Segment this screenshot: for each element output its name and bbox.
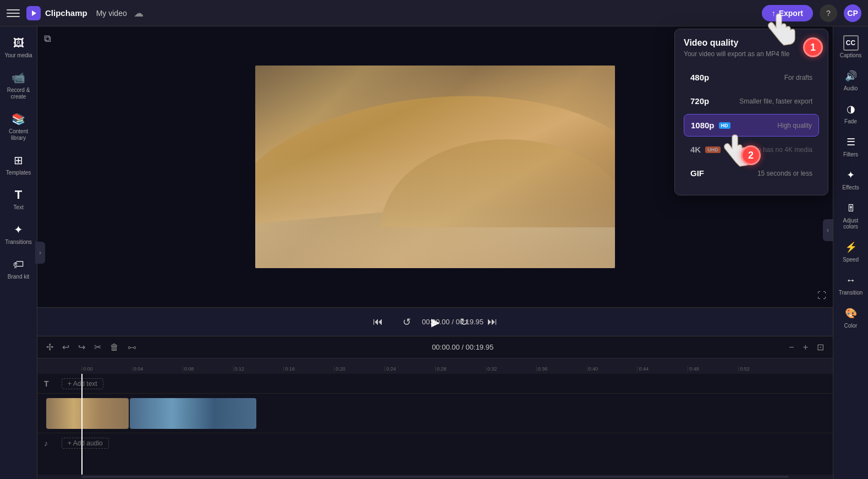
audio-track: ♪ + Add audio [37, 433, 833, 453]
sidebar-label-brand-kit: Brand kit [8, 274, 29, 280]
menu-icon[interactable] [7, 7, 20, 20]
quality-720p-label: 720p [690, 96, 709, 106]
ruler-mark: 0:24 [384, 366, 435, 372]
app-name: Clipchamp [45, 8, 87, 18]
templates-icon: ⊞ [11, 153, 26, 168]
ruler-marks: 0:00 0:04 0:08 0:12 0:16 0:20 0:24 0:28 … [81, 366, 789, 372]
quality-option-gif[interactable]: GIF 15 seconds or less [684, 162, 819, 184]
rs-fade[interactable]: ◑ Fade [834, 97, 867, 129]
track-clips [46, 398, 256, 429]
cut-button[interactable]: ✂ [92, 340, 103, 355]
zoom-controls: − + ⊡ [787, 340, 826, 355]
skip-to-end-button[interactable]: ⏭ [482, 312, 502, 332]
quality-480p-label: 480p [690, 73, 709, 82]
delete-button[interactable]: 🗑 [108, 340, 121, 355]
sidebar-item-record-create[interactable]: 📹 Record & create [1, 66, 36, 105]
sidebar-item-brand-kit[interactable]: 🏷 Brand kit [1, 252, 36, 285]
video-clip-2[interactable] [130, 398, 256, 429]
sidebar-item-content-library[interactable]: 📚 Content library [1, 107, 36, 146]
ruler-mark: 0:16 [283, 366, 334, 372]
quality-option-720p[interactable]: 720p Smaller file, faster export [684, 90, 819, 112]
scrollbar-track[interactable] [81, 476, 789, 478]
fullscreen-icon[interactable]: ⛶ [817, 291, 826, 301]
audio-track-icon: ♪ [44, 439, 57, 448]
rs-speed[interactable]: ⚡ Speed [834, 235, 867, 267]
export-label: Export [779, 9, 803, 18]
project-name[interactable]: My video [96, 9, 127, 18]
timeline-cursor-icon[interactable]: ✢ [44, 340, 56, 355]
sidebar-label-text: Text [13, 204, 23, 211]
quality-gif-desc: 15 seconds or less [757, 170, 812, 177]
rs-adjust-colors[interactable]: 🎚 Adjust colors [834, 196, 867, 234]
ruler-mark: 0:00 [81, 366, 132, 372]
quality-1080p-label: 1080p [691, 121, 715, 130]
color-icon: 🎨 [843, 306, 859, 321]
rs-audio[interactable]: 🔊 Audio [834, 64, 867, 96]
rs-label-captions: Captions [840, 52, 861, 58]
timeline-time: 00:00.00 / 00:19.95 [143, 343, 782, 351]
quality-480p-desc: For drafts [784, 74, 812, 81]
ruler-mark: 0:32 [486, 366, 536, 372]
effects-icon: ✦ [843, 167, 859, 183]
video-clip-1[interactable] [46, 398, 129, 429]
right-sidebar-collapse-button[interactable]: ‹ [823, 219, 833, 241]
split-button[interactable]: ⧟ [125, 340, 139, 355]
ruler-mark: 0:52 [738, 366, 789, 372]
help-button[interactable]: ? [820, 4, 837, 22]
rs-label-transition: Transition [839, 290, 863, 296]
rs-label-speed: Speed [843, 257, 859, 263]
timeline-scrollbar[interactable] [37, 475, 833, 479]
rewind-button[interactable]: ↺ [397, 312, 416, 332]
add-audio-button[interactable]: + Add audio [62, 438, 109, 449]
ruler-mark: 0:12 [233, 366, 284, 372]
zoom-out-button[interactable]: − [787, 340, 796, 355]
rs-label-fade: Fade [844, 118, 857, 124]
rs-label-color: Color [844, 323, 858, 329]
sidebar-label-transitions: Transitions [5, 239, 32, 246]
your-media-icon: 🖼 [11, 35, 26, 51]
logo-icon [26, 6, 41, 20]
app-logo: Clipchamp [26, 6, 87, 20]
sidebar-collapse-button[interactable]: › [35, 242, 45, 264]
quality-gif-label: GIF [690, 168, 704, 178]
transition-rs-icon: ↔ [843, 273, 859, 288]
rs-label-effects: Effects [842, 184, 859, 190]
quality-title: Video quality [684, 38, 819, 48]
rs-captions[interactable]: CC Captions [834, 31, 867, 63]
quality-option-480p[interactable]: 480p For drafts [684, 67, 819, 88]
camera-preview-icon[interactable]: ⧉ [44, 33, 51, 45]
skip-to-start-button[interactable]: ⏮ [368, 312, 388, 332]
timeline-content: T + Add text ♪ + Add audio [37, 374, 833, 475]
fade-icon: ◑ [843, 101, 859, 117]
filters-icon: ☰ [843, 134, 859, 150]
sidebar-item-your-media[interactable]: 🖼 Your media [1, 31, 36, 63]
sidebar-item-text[interactable]: T Text [1, 183, 36, 215]
rs-filters[interactable]: ☰ Filters [834, 130, 867, 162]
add-text-button[interactable]: + Add text [62, 378, 103, 389]
right-sidebar: ‹ CC Captions 🔊 Audio ◑ Fade ☰ Filters ✦… [833, 26, 868, 479]
fit-to-screen-button[interactable]: ⊡ [815, 340, 826, 355]
sidebar-item-templates[interactable]: ⊞ Templates [1, 148, 36, 181]
rs-effects[interactable]: ✦ Effects [834, 163, 867, 195]
export-button[interactable]: ↑ Export [762, 5, 813, 21]
topbar: Clipchamp My video ☁ ↑ Export ? CP [0, 0, 868, 26]
ruler-mark: 0:04 [132, 366, 183, 372]
quality-1080p-desc: High quality [777, 122, 812, 129]
ruler-mark: 0:08 [183, 366, 233, 372]
text-track-icon: T [44, 379, 57, 388]
redo-button[interactable]: ↪ [76, 340, 87, 355]
hd-badge: HD [719, 122, 730, 129]
sidebar-item-transitions[interactable]: ✦ Transitions [1, 217, 36, 250]
timeline-toolbar: ✢ ↩ ↪ ✂ 🗑 ⧟ 00:00.00 / 00:19.95 − + ⊡ [37, 336, 833, 358]
user-avatar[interactable]: CP [844, 4, 861, 22]
quality-option-1080p[interactable]: 1080p HD High quality [684, 114, 819, 137]
zoom-in-button[interactable]: + [801, 340, 810, 355]
content-library-icon: 📚 [11, 111, 26, 127]
undo-button[interactable]: ↩ [60, 340, 72, 355]
rs-color[interactable]: 🎨 Color [834, 301, 867, 333]
cloud-save-icon[interactable]: ☁ [134, 7, 144, 19]
captions-icon: CC [843, 35, 859, 51]
record-create-icon: 📹 [11, 70, 26, 85]
rs-transition[interactable]: ↔ Transition [834, 268, 867, 300]
ruler-mark: 0:48 [688, 366, 738, 372]
